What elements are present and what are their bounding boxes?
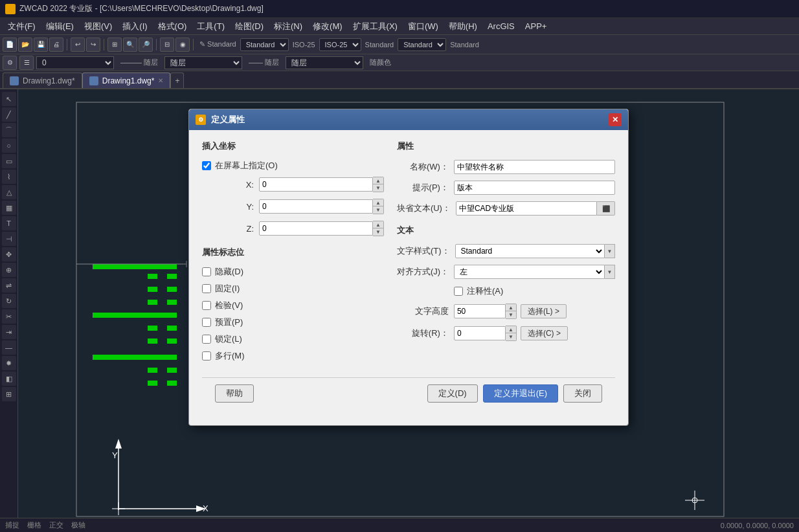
default-expand-btn[interactable]: ⬛ [597, 201, 615, 216]
tool-mirror[interactable]: ⇌ [2, 278, 16, 293]
y-spin-down[interactable]: ▼ [373, 206, 383, 214]
zoom-extents-btn[interactable]: ⊞ [107, 38, 122, 52]
style-combo[interactable]: Standard [455, 244, 605, 258]
undo-btn[interactable]: ↩ [71, 38, 85, 52]
z-input[interactable] [259, 221, 373, 236]
default-input[interactable] [456, 201, 597, 216]
linetype-layer-combo[interactable]: 随层 [164, 56, 242, 69]
flag-verify-checkbox[interactable] [202, 301, 211, 310]
flag-preset-checkbox[interactable] [202, 318, 211, 327]
zoom-out-btn[interactable]: 🔎 [139, 38, 153, 52]
tool-block[interactable]: ⊞ [2, 387, 16, 401]
menu-modify[interactable]: 修改(M) [308, 19, 348, 34]
align-combo-arrow[interactable]: ▼ [605, 265, 615, 279]
x-input[interactable] [259, 177, 373, 192]
tool-polyline[interactable]: ⌇ [2, 170, 16, 184]
height-spin-down[interactable]: ▼ [506, 311, 516, 318]
tool-text[interactable]: T [2, 216, 16, 230]
tool-select[interactable]: ↖ [2, 92, 16, 106]
tool-break[interactable]: — [2, 340, 16, 355]
y-spin-up[interactable]: ▲ [373, 199, 383, 206]
tool-move[interactable]: ✥ [2, 247, 16, 261]
redo-btn[interactable]: ↪ [86, 38, 100, 52]
new-file-btn[interactable]: 📄 [3, 38, 17, 52]
tool-arc[interactable]: ⌒ [2, 123, 16, 137]
z-spin-down[interactable]: ▼ [373, 228, 383, 236]
menu-tools[interactable]: 工具(T) [192, 19, 230, 34]
dialog-close-btn[interactable]: ✕ [609, 113, 622, 126]
x-spin-down[interactable]: ▼ [373, 184, 383, 192]
menu-draw[interactable]: 绘图(D) [230, 19, 269, 34]
layer-state-btn[interactable]: ☰ [19, 56, 34, 70]
align-combo[interactable]: 左 中 右 [454, 265, 605, 279]
canvas-area: Y X ⚙ 定义属性 ✕ [18, 89, 799, 518]
tool-hatch[interactable]: ▦ [2, 201, 16, 215]
z-spin-up[interactable]: ▲ [373, 221, 383, 228]
tool-explode[interactable]: ✸ [2, 356, 16, 370]
rotation-spin-down[interactable]: ▼ [506, 333, 516, 340]
tool-rotate[interactable]: ↻ [2, 294, 16, 308]
save-btn[interactable]: 💾 [34, 38, 48, 52]
tool-polygon[interactable]: △ [2, 185, 16, 199]
tool-rect[interactable]: ▭ [2, 154, 16, 168]
open-btn[interactable]: 📂 [18, 38, 32, 52]
attr-flags-title: 属性标志位 [202, 247, 384, 260]
y-input[interactable] [259, 199, 373, 214]
tab-drawing1-inactive[interactable]: Drawing1.dwg* [3, 72, 82, 88]
annotative-row: 注释性(A) [454, 285, 615, 297]
flag-hidden-checkbox[interactable] [202, 267, 211, 276]
tool-circle[interactable]: ○ [2, 139, 16, 153]
define-button[interactable]: 定义(D) [427, 384, 478, 403]
text-style-combo[interactable]: Standard [240, 38, 289, 51]
select-l-btn[interactable]: 选择(L) > [521, 304, 567, 318]
dim-style-combo[interactable]: ISO-25 [319, 38, 361, 51]
z-input-wrap: ▲ ▼ [259, 221, 384, 236]
prompt-input[interactable] [454, 181, 615, 195]
tool-layer[interactable]: ◧ [2, 371, 16, 386]
define-exit-button[interactable]: 定义并退出(E) [483, 384, 558, 403]
name-input[interactable] [454, 160, 615, 174]
menu-ext-tools[interactable]: 扩展工具(X) [348, 19, 403, 34]
menu-app[interactable]: APP+ [520, 20, 552, 32]
menu-format[interactable]: 格式(O) [153, 19, 192, 34]
tab-drawing1-active[interactable]: Drawing1.dwg* ✕ [82, 72, 171, 88]
tab-close-btn[interactable]: ✕ [158, 77, 163, 84]
tool-line[interactable]: ╱ [2, 107, 16, 122]
height-spin-up[interactable]: ▲ [506, 304, 516, 311]
menu-insert[interactable]: 插入(I) [117, 19, 152, 34]
tool-trim[interactable]: ✂ [2, 309, 16, 324]
annotative-checkbox[interactable] [454, 287, 463, 296]
tool-copy[interactable]: ⊕ [2, 263, 16, 277]
zoom-in-btn[interactable]: 🔍 [123, 38, 137, 52]
height-input[interactable] [454, 304, 506, 318]
grid-btn[interactable]: ⊟ [160, 38, 174, 52]
menu-help[interactable]: 帮助(H) [444, 19, 482, 34]
layer-props-btn[interactable]: ⚙ [3, 56, 17, 70]
color-combo[interactable]: 随层 [286, 56, 363, 69]
print-btn[interactable]: 🖨 [49, 38, 63, 52]
name-field-group: 名称(W)： [397, 160, 615, 174]
menu-file[interactable]: 文件(F) [3, 19, 41, 34]
menu-edit[interactable]: 编辑(E) [41, 19, 79, 34]
select-c-btn[interactable]: 选择(C) > [521, 326, 568, 340]
menu-dimension[interactable]: 标注(N) [269, 19, 308, 34]
rotation-spin-up[interactable]: ▲ [506, 326, 516, 333]
flag-multiline-checkbox[interactable] [202, 351, 211, 360]
flag-fixed-checkbox[interactable] [202, 284, 211, 293]
snap-btn[interactable]: ◉ [175, 38, 190, 52]
close-button[interactable]: 关闭 [563, 384, 602, 403]
menu-view[interactable]: 视图(V) [79, 19, 117, 34]
x-spin-up[interactable]: ▲ [373, 177, 383, 184]
style-combo-arrow[interactable]: ▼ [605, 244, 615, 258]
rotation-input[interactable] [454, 326, 506, 340]
flag-lock-checkbox[interactable] [202, 335, 211, 344]
help-button[interactable]: 帮助 [215, 384, 254, 403]
layer-combo[interactable]: 0 [36, 56, 114, 69]
tool-dimension[interactable]: ⊣ [2, 232, 16, 246]
linetype-combo[interactable]: Standard [398, 38, 446, 51]
screen-specify-checkbox[interactable] [202, 161, 211, 170]
menu-arcgis[interactable]: ArcGIS [482, 20, 520, 32]
menu-window[interactable]: 窗口(W) [403, 19, 444, 34]
tool-extend[interactable]: ⇥ [2, 325, 16, 339]
tab-new[interactable]: + [170, 72, 184, 88]
